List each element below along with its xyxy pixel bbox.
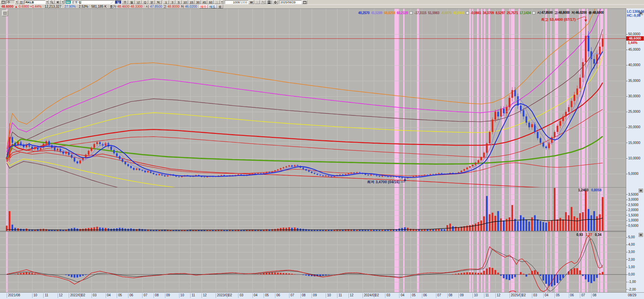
minute-button-3[interactable]: 3 [169,0,175,4]
oscillator-panel [0,236,626,292]
minute-extra-button[interactable]: 1 [214,0,220,4]
percent-scale-icon[interactable] [260,0,266,4]
currency-won-button[interactable]: ₩ [249,0,254,4]
up-arrow-icon: ▲ [14,5,18,9]
company-field[interactable]: NA 로켓 랩 ／ [64,0,115,4]
save-icon[interactable] [266,0,272,4]
legend-value: -17,3115 [414,11,426,15]
chart-grid-toggle-button[interactable] [2,10,8,16]
volume-legend: 1,24030,8058 [578,188,601,192]
trading-app-window: 주 ▼ 전 RKLB ▼ ▼ NA 로켓 랩 ／ 일주월년Q분틱 1351015… [0,0,644,299]
date-label: 06 [569,293,574,298]
high-label: 고 [163,5,166,9]
volume-tick-label: 0,5000 [626,224,639,228]
speaker-dropdown-icon[interactable]: ▼ [61,0,64,4]
osc-panel-window-icon[interactable] [639,233,643,237]
gear-icon[interactable] [272,0,278,4]
price-tick-label: 50,0000 [626,32,640,36]
volume-panel-window-icon[interactable] [639,189,643,193]
volume-tick-label: 2,0000 [626,208,639,212]
flat-button[interactable]: 평 [217,5,223,8]
date-label: 05 [411,293,416,298]
sell-button[interactable]: 매도 [208,5,217,8]
period-button-년[interactable]: 년 [135,0,142,4]
date-label: 10 [326,293,331,298]
tool-icon-1[interactable]: ▫ [255,0,260,4]
osc-tick-label: 2,00 [626,258,635,261]
current-price-box: 48,6000 [626,36,644,41]
legend-checkbox[interactable] [532,11,535,14]
volume-tick-label: 1,5000 [626,213,639,217]
chart-canvas[interactable]: 최고 53,4400 (07/17)최저 3,4700 (04/16) [0,0,644,299]
chart-type-dropdown-icon[interactable]: ▼ [15,0,18,4]
high-price: 48.8000 [167,5,179,9]
date-label: 07 [142,293,147,298]
period-button-일[interactable]: 일 [115,0,121,4]
ask-price: 48.4600 [117,5,129,9]
minute-button-45[interactable]: 45 [201,0,207,4]
osc-tick-label: 5,00 [626,235,635,239]
low-annotation: 최저 3,4700 (04/16) [367,180,400,184]
osc-tick-label: 3,00 [626,250,635,254]
date-label: 10 [32,293,37,298]
date-label: 08 [447,293,452,298]
calendar-icon[interactable] [302,0,307,4]
date-label: 07 [580,293,585,298]
bar-count-input[interactable]: 1008/1008 [225,0,248,4]
period-button-Q[interactable]: Q [142,0,148,4]
date-label: 07 [289,293,294,298]
low-label: 저 [180,5,184,9]
minute-button-60[interactable]: 60 [208,0,214,4]
symbol-input[interactable]: RKLB [24,0,45,4]
date-label: 09 [165,293,170,298]
price-tick-label: 35,0000 [626,79,640,83]
date-label: 12 [202,293,207,298]
date-label: 11 [43,293,48,298]
legend-value: 종:48,6000 [588,10,604,15]
toolbar: 주 ▼ 전 RKLB ▼ ▼ NA 로켓 랩 ／ 일주월년Q분틱 1351015… [0,0,644,8]
window-icon[interactable] [0,0,6,4]
date-label: 05 [117,293,122,298]
date-label: 12 [348,293,354,298]
hoga-label: 호가 [110,5,116,9]
minute-button-15[interactable]: 15 [189,0,195,4]
period-button-주[interactable]: 주 [122,0,128,4]
date-label: 03 [385,293,390,298]
period-button-group: 일주월년Q분틱 [115,0,162,4]
chart-type-select[interactable]: 주 [6,0,15,4]
date-label: 2021/08 [7,293,20,298]
period-button-월[interactable]: 월 [128,0,135,4]
jeon-button[interactable]: 전 [18,0,24,4]
speaker-icon[interactable] [55,0,61,4]
price-tick-label: 15,0000 [626,141,640,145]
minute-button-30[interactable]: 30 [195,0,201,4]
osc-legend-value: 1,27 [586,233,592,237]
pen-icon[interactable]: ／ [110,0,114,4]
date-label: 03 [532,293,537,298]
minute-button-1[interactable]: 1 [163,0,169,4]
company-name: 로켓 랩 [72,1,82,4]
date-label: 02 [374,293,379,298]
minute-extra-dropdown-icon[interactable]: ▼ [220,0,223,4]
minute-button-5[interactable]: 5 [176,0,182,4]
exchange-badge: NA [65,1,71,4]
minute-button-10[interactable]: 10 [182,0,188,4]
volume-panel [0,188,626,231]
high-annotation: 최고 53,4400 (07/17) [541,17,576,21]
date-label: 04 [106,293,111,298]
legend-value: 8,5297 [496,11,505,15]
price-axis-strip[interactable] [626,8,644,299]
period-button-분[interactable]: 분 [149,0,155,4]
legend-checkbox[interactable] [410,11,413,14]
volume-tick-label: 3,0000 [626,198,639,201]
buy-button[interactable]: 매수 [199,5,208,8]
date-input[interactable]: 2025/08/29 [279,0,302,4]
legend-checkbox[interactable] [466,11,469,14]
legend-value: 고:48,8000 [554,10,570,15]
date-label: 11 [484,293,489,298]
period-button-틱[interactable]: 틱 [155,0,162,4]
legend-value: 40,2570 [358,11,369,15]
symbol-dropdown-icon[interactable]: ▼ [46,0,49,4]
search-icon[interactable] [49,0,55,4]
envelope-yellow-lower [7,159,182,189]
